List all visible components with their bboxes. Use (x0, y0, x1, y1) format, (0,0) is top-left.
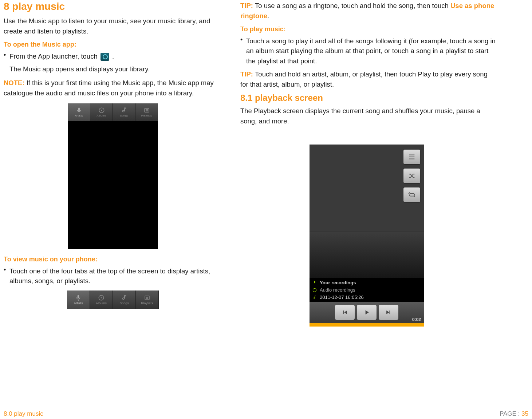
tip1-pre: To use a song as a ringtone, touch and h… (255, 2, 450, 9)
bullet-dot: • (4, 51, 9, 62)
shuffle-button (403, 169, 420, 183)
mic-icon (312, 280, 318, 286)
music-app-icon (101, 53, 109, 61)
artist-text: Your recordings (320, 280, 356, 285)
subheading-open-app: To open the Music app: (4, 41, 222, 48)
tip-label: TIP: (240, 70, 255, 78)
next-button (379, 305, 398, 320)
tab-label: Songs (120, 114, 128, 117)
svg-rect-12 (409, 154, 415, 155)
tab-label: Artists (75, 114, 83, 117)
tab-label: Artists (74, 301, 83, 305)
note-text: If this is your first time using the Mus… (4, 79, 214, 97)
track-row: 2011-12-07 16:05:26 (312, 294, 422, 301)
svg-rect-14 (409, 158, 415, 159)
disc-icon (98, 107, 105, 114)
bullet-dot: • (240, 36, 246, 66)
album-row: Audio recordings (312, 286, 422, 294)
note-icon (312, 295, 318, 300)
page-label: PAGE : (500, 410, 521, 417)
music-library-screenshot: Artists Albums Songs Playlists (68, 103, 158, 249)
disc-icon (312, 287, 318, 293)
note-icon (121, 107, 127, 114)
tab-playlists: Playlists (136, 290, 159, 309)
tip-label: TIP: (240, 2, 255, 9)
svg-point-7 (101, 297, 102, 298)
tab-artists: Artists (67, 290, 90, 309)
svg-rect-13 (409, 157, 415, 157)
page-number: 35 (521, 410, 528, 417)
tab-label: Playlists (141, 301, 153, 305)
subsection-desc: The Playback screen displays the current… (240, 106, 497, 126)
tab-songs: Songs (113, 103, 135, 121)
disc-icon (98, 295, 105, 301)
queue-button (403, 150, 420, 164)
artist-row: Your recordings (312, 279, 422, 286)
intro-text: Use the Music app to listen to your musi… (4, 16, 222, 36)
open-result-text: The Music app opens and displays your li… (9, 64, 222, 74)
timecode: 0:02 (412, 317, 421, 322)
note-paragraph: NOTE: If this is your first time using t… (4, 78, 222, 98)
mic-icon (76, 107, 82, 114)
subheading-view-music: To view music on your phone: (4, 256, 222, 263)
album-text: Audio recordings (320, 287, 355, 293)
list-icon (143, 107, 150, 114)
bullet-post: . (110, 52, 114, 60)
open-bullet-text: From the App launcher, touch . (9, 51, 222, 62)
note-label: NOTE: (4, 79, 27, 87)
svg-point-15 (313, 288, 316, 292)
tab-label: Playlists (141, 114, 152, 117)
subsection-heading: 8.1 playback screen (240, 93, 497, 103)
list-icon (144, 295, 150, 301)
mic-icon (75, 295, 82, 301)
tip2-paragraph: TIP: Touch and hold an artist, album, or… (240, 69, 497, 90)
playback-screen-screenshot: Your recordings Audio recordings 2011-12… (310, 145, 424, 327)
tab-artists: Artists (68, 103, 90, 121)
tip1-paragraph: TIP: To use a song as a ringtone, touch … (240, 1, 497, 21)
track-text: 2011-12-07 16:05:26 (320, 295, 364, 300)
play-button (357, 305, 377, 320)
repeat-button (403, 187, 420, 202)
footer-page: PAGE : 35 (500, 410, 528, 418)
section-heading: 8 play music (4, 1, 222, 12)
note-icon (121, 295, 127, 301)
tip1-post: . (267, 12, 269, 20)
tab-albums: Albums (90, 103, 113, 121)
tab-playlists: Playlists (135, 103, 158, 121)
tabs-strip-screenshot: Artists Albums Songs Playlists (67, 290, 159, 309)
tab-albums: Albums (90, 290, 113, 309)
tab-songs: Songs (113, 290, 136, 309)
prev-button (335, 305, 355, 320)
progress-bar (310, 323, 424, 327)
tip2-text: Touch and hold an artist, album, or play… (240, 70, 488, 88)
subheading-play-music: To play music: (240, 25, 497, 33)
tab-label: Songs (119, 301, 129, 305)
footer-section: 8.0 play music (4, 410, 43, 418)
svg-point-1 (101, 110, 102, 111)
tab-label: Albums (96, 301, 107, 305)
tab-label: Albums (96, 114, 106, 117)
album-art-area (310, 145, 424, 278)
bullet-dot: • (4, 266, 9, 286)
play-bullet-text: Touch a song to play it and all of the s… (246, 36, 497, 66)
bullet-pre: From the App launcher, touch (9, 52, 99, 60)
view-bullet-text: Touch one of the four tabs at the top of… (9, 266, 222, 286)
